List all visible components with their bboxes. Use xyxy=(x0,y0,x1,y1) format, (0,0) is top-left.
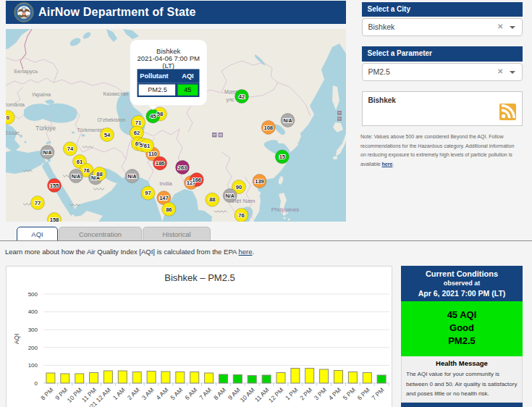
svg-text:62: 62 xyxy=(134,130,140,136)
svg-text:45: 45 xyxy=(184,86,191,93)
svg-text:Україна: Україна xyxy=(32,91,51,98)
svg-text:10 AM: 10 AM xyxy=(238,386,256,403)
svg-text:8 PM: 8 PM xyxy=(39,386,54,401)
svg-text:N/A: N/A xyxy=(283,118,292,123)
svg-text:3 PM: 3 PM xyxy=(313,386,328,401)
svg-text:N/A: N/A xyxy=(128,174,137,179)
svg-text:108: 108 xyxy=(264,125,274,131)
svg-text:10 PM: 10 PM xyxy=(66,386,83,403)
svg-text:0: 0 xyxy=(35,380,38,387)
svg-text:2 AM: 2 AM xyxy=(126,386,141,401)
svg-text:86: 86 xyxy=(166,206,172,213)
svg-text:AQI: AQI xyxy=(13,334,20,345)
svg-text:2 PM: 2 PM xyxy=(298,386,313,401)
svg-text:263: 263 xyxy=(178,164,187,171)
svg-text:100: 100 xyxy=(28,362,38,369)
svg-text:97: 97 xyxy=(145,190,151,196)
svg-text:42: 42 xyxy=(239,93,245,100)
svg-text:8 AM: 8 AM xyxy=(212,386,227,401)
svg-text:6 PM: 6 PM xyxy=(356,386,371,401)
svg-text:1 PM: 1 PM xyxy=(284,386,299,401)
svg-text:4 AM: 4 AM xyxy=(155,386,170,401)
svg-text:AQI: AQI xyxy=(182,72,193,80)
svg-text:O'zbekiston: O'zbekiston xyxy=(98,117,126,123)
svg-text:4 PM: 4 PM xyxy=(327,386,342,401)
svg-text:76: 76 xyxy=(83,167,89,174)
svg-text:88: 88 xyxy=(209,196,215,203)
svg-text:158: 158 xyxy=(50,217,59,222)
svg-text:155: 155 xyxy=(50,182,59,189)
svg-text:400: 400 xyxy=(28,309,38,315)
svg-text:74: 74 xyxy=(67,146,74,152)
svg-text:61: 61 xyxy=(144,143,150,149)
svg-text:166: 166 xyxy=(193,177,202,183)
svg-text:7 PM: 7 PM xyxy=(370,386,385,401)
svg-text:улс: улс xyxy=(227,97,235,103)
svg-text:Pollutant: Pollutant xyxy=(140,72,168,80)
svg-text:300: 300 xyxy=(28,327,38,333)
svg-text:76: 76 xyxy=(238,212,244,219)
svg-text:77: 77 xyxy=(35,200,41,206)
svg-text:Казакстан: Казакстан xyxy=(104,91,129,97)
svg-text:N/A: N/A xyxy=(43,150,51,155)
svg-text:200: 200 xyxy=(28,345,38,351)
svg-text:7 AM: 7 AM xyxy=(198,386,213,401)
svg-text:54: 54 xyxy=(104,132,111,138)
svg-text:(LT): (LT) xyxy=(162,62,174,70)
svg-text:88: 88 xyxy=(96,171,102,177)
svg-text:N/A: N/A xyxy=(226,193,235,198)
svg-text:Türkiye: Türkiye xyxy=(35,125,56,132)
svg-text:61: 61 xyxy=(77,159,83,165)
svg-text:186: 186 xyxy=(156,160,165,167)
svg-text:1 AM: 1 AM xyxy=(111,386,127,401)
svg-text:N/A: N/A xyxy=(72,174,80,179)
svg-text:15: 15 xyxy=(279,154,285,160)
svg-text:5 AM: 5 AM xyxy=(169,386,184,401)
svg-text:0: 0 xyxy=(7,114,9,121)
svg-text:11 AM: 11 AM xyxy=(253,386,271,403)
svg-text:Bishkek – PM2.5: Bishkek – PM2.5 xyxy=(164,272,235,283)
svg-text:Ελλάς: Ελλάς xyxy=(6,130,20,136)
svg-text:5 PM: 5 PM xyxy=(342,386,357,401)
svg-text:45: 45 xyxy=(150,113,156,119)
svg-text:12 PM: 12 PM xyxy=(267,386,284,403)
svg-text:90: 90 xyxy=(236,184,242,190)
svg-text:Беларусь: Беларусь xyxy=(14,68,38,75)
svg-text:139: 139 xyxy=(255,178,264,185)
svg-text:PM2.5: PM2.5 xyxy=(148,86,167,93)
svg-text:147: 147 xyxy=(159,195,169,201)
svg-text:6 AM: 6 AM xyxy=(183,386,198,401)
svg-text:500: 500 xyxy=(28,291,38,298)
svg-text:58: 58 xyxy=(157,111,163,117)
svg-text:3 AM: 3 AM xyxy=(140,386,156,401)
svg-text:România: România xyxy=(6,101,25,108)
svg-text:India: India xyxy=(159,180,172,187)
svg-text:71: 71 xyxy=(135,119,141,126)
svg-text:Philippines: Philippines xyxy=(271,206,300,213)
